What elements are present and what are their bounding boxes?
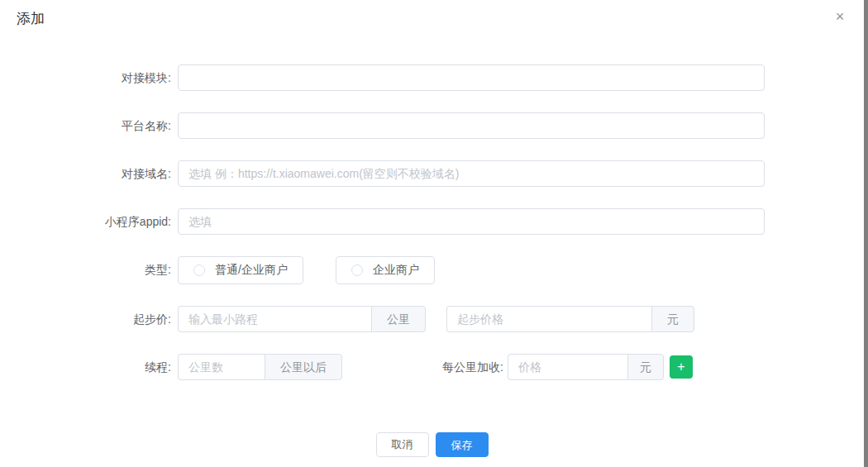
per-km-price-input[interactable] xyxy=(508,354,627,380)
domain-label: 对接域名: xyxy=(0,160,171,187)
min-distance-group: 公里 xyxy=(178,306,426,332)
module-label: 对接模块: xyxy=(0,64,171,91)
add-form: 对接模块: 平台名称: 对接域名: 小程序appid: 类型: 普通/企业商户 … xyxy=(0,64,864,402)
base-price-group: 元 xyxy=(446,306,694,332)
dialog-footer: 取消 保存 xyxy=(0,432,864,457)
radio-option-enterprise[interactable]: 企业商户 xyxy=(336,256,435,284)
per-km-price-group: 元 xyxy=(508,354,664,380)
platform-name-input[interactable] xyxy=(178,112,765,139)
appid-label: 小程序appid: xyxy=(0,208,171,235)
radio-option-normal-enterprise[interactable]: 普通/企业商户 xyxy=(178,256,303,284)
form-row-base-price: 起步价: 公里 元 xyxy=(0,306,864,332)
add-tier-button[interactable]: + xyxy=(670,355,693,379)
base-price-input[interactable] xyxy=(446,306,651,332)
radio-icon xyxy=(351,264,363,276)
radio-option-label: 企业商户 xyxy=(373,263,419,278)
form-row-extension: 续程: 公里以后 每公里加收: 元 + xyxy=(0,354,864,380)
scrollbar[interactable] xyxy=(864,0,868,467)
cancel-button[interactable]: 取消 xyxy=(376,432,429,457)
base-price-label: 起步价: xyxy=(0,306,171,332)
type-label: 类型: xyxy=(0,256,171,283)
form-row-domain: 对接域名: xyxy=(0,160,864,187)
extension-km-unit: 公里以后 xyxy=(265,354,342,380)
save-button[interactable]: 保存 xyxy=(436,432,489,457)
form-row-type: 类型: 普通/企业商户 企业商户 xyxy=(0,256,864,284)
min-distance-input[interactable] xyxy=(178,306,371,332)
plus-icon: + xyxy=(677,360,684,374)
radio-option-label: 普通/企业商户 xyxy=(215,263,288,278)
form-row-appid: 小程序appid: xyxy=(0,208,864,235)
extension-km-input[interactable] xyxy=(178,354,265,380)
close-icon[interactable]: × xyxy=(832,8,848,25)
add-dialog: 添加 × 对接模块: 平台名称: 对接域名: 小程序appid: 类型: 普通/… xyxy=(0,0,868,467)
form-row-platform-name: 平台名称: xyxy=(0,112,864,139)
per-km-price-unit: 元 xyxy=(627,354,664,380)
base-price-unit: 元 xyxy=(651,306,694,332)
extension-label: 续程: xyxy=(0,354,171,380)
domain-input[interactable] xyxy=(178,160,765,187)
per-km-label: 每公里加收: xyxy=(342,354,503,380)
platform-name-label: 平台名称: xyxy=(0,112,171,139)
radio-icon xyxy=(193,264,205,276)
dialog-title: 添加 xyxy=(17,9,45,29)
module-input[interactable] xyxy=(178,64,765,91)
min-distance-unit: 公里 xyxy=(371,306,426,332)
appid-input[interactable] xyxy=(178,208,765,235)
form-row-module: 对接模块: xyxy=(0,64,864,91)
extension-km-group: 公里以后 xyxy=(178,354,342,380)
